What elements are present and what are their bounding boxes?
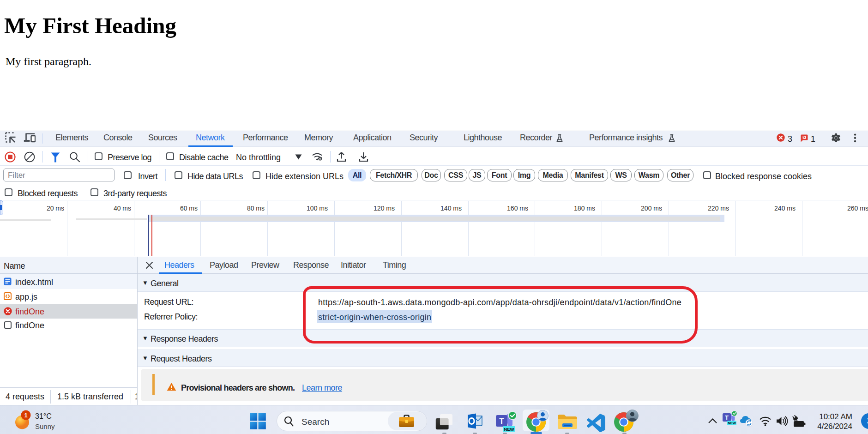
svg-text:NEW: NEW [504, 427, 514, 432]
svg-text:NEW: NEW [728, 421, 736, 425]
svg-text:T: T [499, 417, 504, 426]
svg-text:1: 1 [24, 412, 27, 419]
svg-text:T: T [725, 415, 729, 421]
